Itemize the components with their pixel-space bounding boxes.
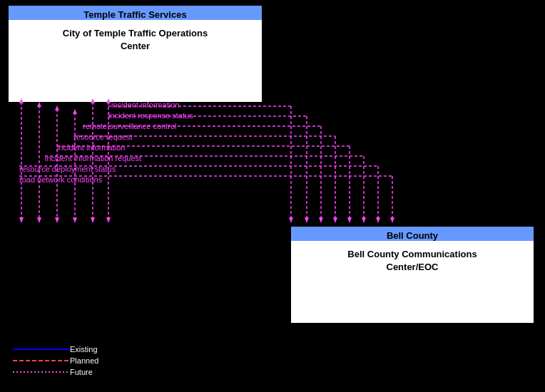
- svg-marker-19: [73, 217, 77, 223]
- label-resource-deployment: resource deployment status: [19, 165, 116, 173]
- bell-body: Bell County Communications Center/EOC: [291, 241, 534, 323]
- legend-future-label: Future: [70, 368, 93, 376]
- label-remote-surveillance: remote surveillance control: [83, 122, 176, 130]
- legend-planned: Planned: [13, 356, 98, 365]
- legend: Existing Planned Future: [13, 345, 98, 379]
- temple-body: City of Temple Traffic Operations Center: [9, 20, 262, 102]
- svg-marker-43: [362, 217, 366, 223]
- svg-marker-41: [333, 217, 337, 223]
- svg-marker-17: [37, 217, 41, 223]
- svg-marker-44: [376, 217, 380, 223]
- label-road-network: road network conditions: [19, 175, 102, 184]
- legend-existing-label: Existing: [70, 345, 98, 354]
- svg-marker-39: [305, 217, 309, 223]
- label-incident-info-2: incident information: [57, 143, 125, 152]
- svg-marker-12: [55, 105, 59, 110]
- svg-marker-21: [106, 217, 111, 223]
- legend-planned-line: [13, 358, 70, 363]
- legend-planned-label: Planned: [70, 356, 98, 365]
- label-incident-info-request: incident information request: [45, 154, 141, 163]
- legend-future-line: [13, 369, 70, 375]
- svg-marker-38: [289, 217, 293, 223]
- svg-marker-20: [91, 217, 95, 223]
- svg-marker-11: [37, 102, 41, 107]
- legend-existing-line: [13, 346, 70, 352]
- svg-marker-18: [55, 217, 59, 223]
- legend-future: Future: [13, 368, 98, 376]
- label-resource-request: resource request: [73, 133, 133, 141]
- bell-body-text: Bell County Communications Center/EOC: [347, 248, 477, 274]
- legend-existing: Existing: [13, 345, 98, 354]
- svg-marker-40: [319, 217, 323, 223]
- svg-marker-13: [73, 109, 77, 114]
- svg-marker-42: [347, 217, 352, 223]
- svg-marker-45: [390, 217, 394, 223]
- label-incident-info-1: incident information: [111, 100, 179, 109]
- temple-body-text: City of Temple Traffic Operations Center: [63, 27, 208, 53]
- label-incident-response: incident response status: [108, 111, 193, 120]
- svg-marker-16: [19, 217, 24, 223]
